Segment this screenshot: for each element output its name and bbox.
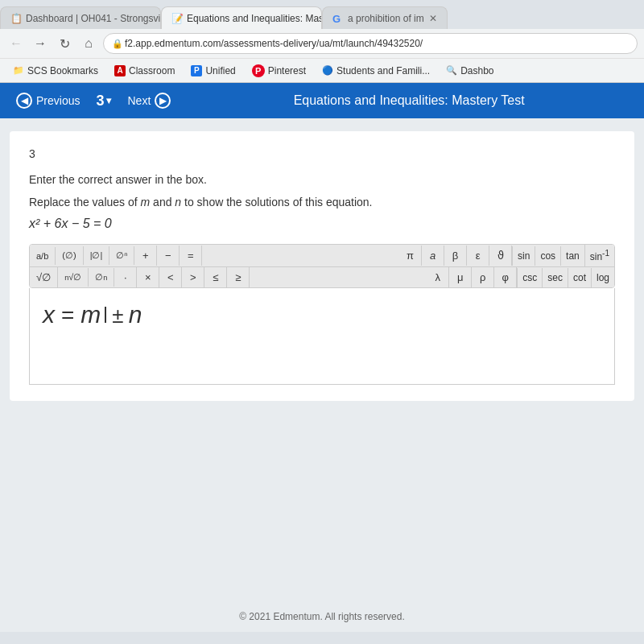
alpha-button[interactable]: a: [422, 246, 444, 266]
copyright-text: © 2021 Edmentum. All rights reserved.: [239, 611, 405, 622]
rho-button[interactable]: ρ: [472, 267, 494, 287]
answer-area[interactable]: x = m ± n: [29, 288, 615, 385]
phi-button[interactable]: φ: [494, 267, 517, 287]
times-button[interactable]: ×: [137, 267, 159, 287]
nav-toolbar: ◀ Previous 3 ▾ Next ▶ Equations and Ineq…: [0, 83, 644, 118]
fraction-button[interactable]: a/b: [30, 247, 56, 265]
sqrt-button[interactable]: √∅: [30, 267, 58, 287]
main-content: 3 Enter the correct answer in the box. R…: [0, 118, 644, 601]
formula-equals: =: [61, 303, 74, 328]
log-button[interactable]: log: [591, 268, 614, 287]
question-number: 3: [29, 147, 615, 160]
reload-button[interactable]: ↻: [55, 34, 74, 53]
bookmark-students[interactable]: 🔵 Students and Famili...: [316, 64, 436, 78]
question-num-value: 3: [96, 93, 104, 109]
minus-button[interactable]: −: [157, 246, 180, 266]
geq-button[interactable]: ≥: [227, 267, 250, 287]
next-button[interactable]: Next ▶: [121, 89, 177, 112]
formula-n: n: [129, 301, 142, 328]
bookmark-students-icon: 🔵: [322, 65, 333, 76]
tab-1-label: Dashboard | OH041 - Strongsville: [26, 13, 161, 24]
bookmark-scs[interactable]: 📁 SCS Bookmarks: [6, 64, 105, 78]
previous-button[interactable]: ◀ Previous: [10, 89, 86, 112]
bookmark-classroom-icon: A: [114, 65, 126, 76]
tab-1-icon: 📋: [10, 13, 22, 24]
mu-button[interactable]: μ: [449, 267, 472, 287]
question-number-display[interactable]: 3 ▾: [96, 93, 111, 109]
instruction-text: Enter the correct answer in the box.: [29, 173, 615, 186]
circle-button[interactable]: (∅): [56, 246, 83, 265]
pi-button[interactable]: π: [399, 246, 422, 266]
tab-3-close[interactable]: ✕: [429, 13, 437, 24]
tab-bar: 📋 Dashboard | OH041 - Strongsville ✕ 📝 E…: [0, 0, 644, 29]
formula-plusminus: ±: [112, 303, 123, 328]
bookmark-students-label: Students and Famili...: [336, 65, 430, 76]
previous-label: Previous: [36, 94, 80, 107]
address-text: f2.app.edmentum.com/assessments-delivery…: [125, 38, 423, 49]
abs-button[interactable]: |∅|: [84, 246, 110, 265]
bookmark-folder-icon: 📁: [13, 65, 24, 76]
tab-2-icon: 📝: [171, 13, 183, 24]
tab-1[interactable]: 📋 Dashboard | OH041 - Strongsville ✕: [0, 6, 161, 29]
browser-chrome: 📋 Dashboard | OH041 - Strongsville ✕ 📝 E…: [0, 0, 644, 83]
tab-3-icon: G: [332, 13, 344, 24]
next-label: Next: [127, 94, 151, 107]
beta-button[interactable]: β: [444, 246, 467, 266]
formula-x: x: [43, 301, 55, 328]
leq-button[interactable]: ≤: [204, 267, 227, 287]
dot-button[interactable]: ·: [114, 267, 137, 287]
tan-button[interactable]: tan: [560, 246, 584, 266]
home-button[interactable]: ⌂: [79, 34, 98, 53]
math-toolbar-row-1: a/b (∅) |∅| ∅ⁿ + − = π a β ε ϑ sin cos t…: [30, 245, 614, 267]
footer: © 2021 Edmentum. All rights reserved.: [0, 601, 644, 632]
formula-m: m: [80, 301, 101, 328]
bookmark-pinterest-label: Pinterest: [268, 65, 306, 76]
sin-button[interactable]: sin: [512, 246, 535, 266]
sec-button[interactable]: sec: [542, 268, 568, 287]
bookmark-classroom-label: Classroom: [129, 65, 175, 76]
bookmark-pinterest[interactable]: P Pinterest: [246, 63, 312, 79]
bookmark-pinterest-icon: P: [252, 64, 265, 77]
math-toolbar-row-2: √∅ n√∅ ∅n · × < > ≤ ≥ λ μ ρ φ csc sec co…: [30, 267, 614, 287]
tab-3-label: a prohibition of im: [348, 13, 424, 24]
bookmark-unified-icon: P: [191, 65, 202, 76]
cot-button[interactable]: cot: [568, 268, 591, 287]
bookmark-unified[interactable]: P Unified: [184, 64, 242, 78]
csc-button[interactable]: csc: [517, 268, 542, 287]
tab-2[interactable]: 📝 Equations and Inequalities: Mast ✕: [161, 6, 322, 29]
lock-icon: 🔒: [112, 39, 123, 49]
bookmark-scs-label: SCS Bookmarks: [27, 65, 98, 76]
forward-button[interactable]: →: [31, 34, 50, 53]
back-button[interactable]: ←: [6, 34, 26, 53]
page-title: Equations and Inequalities: Mastery Test: [184, 93, 634, 108]
text-cursor: [105, 307, 106, 323]
address-bar-row: ← → ↻ ⌂ 🔒 f2.app.edmentum.com/assessment…: [0, 29, 644, 58]
tab-2-label: Equations and Inequalities: Mast: [187, 13, 322, 24]
bookmark-dashbo-icon: 🔍: [446, 65, 457, 76]
question-card: 3 Enter the correct answer in the box. R…: [10, 131, 634, 401]
math-toolbar: a/b (∅) |∅| ∅ⁿ + − = π a β ε ϑ sin cos t…: [29, 244, 615, 288]
lambda-button[interactable]: λ: [427, 267, 449, 287]
plus-button[interactable]: +: [134, 246, 157, 266]
nthroot-button[interactable]: n√∅: [58, 268, 89, 287]
cos-button[interactable]: cos: [535, 246, 560, 266]
gt-button[interactable]: >: [182, 267, 204, 287]
equation-display: x² + 6x − 5 = 0: [29, 217, 615, 231]
tab-3[interactable]: G a prohibition of im ✕: [322, 6, 448, 29]
question-prompt: Replace the values of m and n to show th…: [29, 196, 615, 208]
arcsin-button[interactable]: sin-1: [584, 245, 614, 266]
epsilon-button[interactable]: ε: [467, 246, 489, 266]
next-icon: ▶: [155, 93, 171, 109]
subscript-button[interactable]: ∅n: [89, 268, 114, 287]
equals-button[interactable]: =: [180, 246, 202, 266]
bookmark-dashbo-label: Dashbo: [460, 65, 493, 76]
power-button[interactable]: ∅ⁿ: [109, 246, 134, 265]
bookmark-classroom[interactable]: A Classroom: [108, 64, 181, 78]
theta-button[interactable]: ϑ: [489, 246, 512, 266]
bookmarks-bar: 📁 SCS Bookmarks A Classroom P Unified P …: [0, 58, 644, 82]
bookmark-dashbo[interactable]: 🔍 Dashbo: [440, 64, 500, 78]
lt-button[interactable]: <: [159, 267, 182, 287]
bookmark-unified-label: Unified: [205, 65, 235, 76]
answer-formula: x = m ± n: [43, 301, 601, 328]
address-bar[interactable]: 🔒 f2.app.edmentum.com/assessments-delive…: [103, 33, 638, 54]
